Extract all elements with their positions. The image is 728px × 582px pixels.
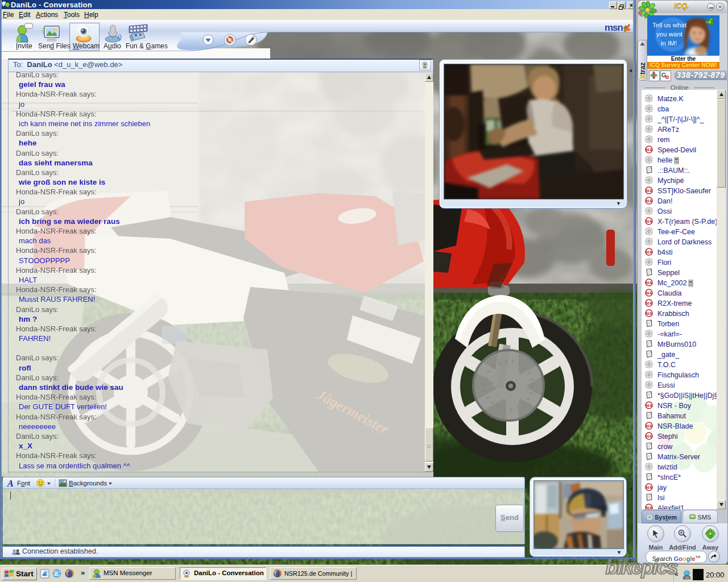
svg-text:Tell us what: Tell us what bbox=[652, 22, 687, 28]
svg-text:msn: msn bbox=[605, 22, 623, 33]
svg-text:»: » bbox=[81, 568, 85, 577]
svg-text:A: A bbox=[7, 479, 14, 488]
svg-text:in IM!: in IM! bbox=[661, 40, 677, 47]
svg-text:Xtraz: Xtraz bbox=[639, 63, 647, 79]
svg-text:Backgrounds: Backgrounds bbox=[69, 480, 107, 487]
svg-text:e: e bbox=[55, 570, 58, 577]
svg-text:Font: Font bbox=[17, 480, 31, 487]
svg-text:you want: you want bbox=[656, 31, 683, 38]
